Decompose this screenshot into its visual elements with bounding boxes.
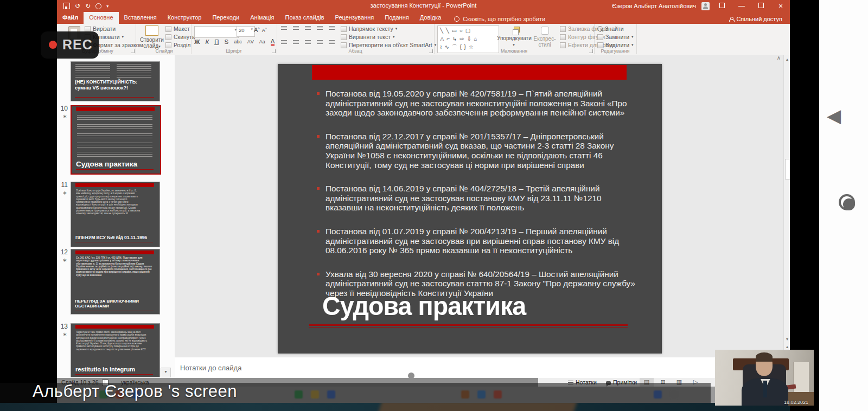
close-button[interactable]: × (774, 2, 788, 10)
restore-button[interactable] (754, 2, 768, 10)
share-label: Спільний доступ (736, 16, 782, 22)
thumbnail-text-lines (77, 152, 152, 157)
bullets-icon[interactable] (281, 26, 287, 31)
tab-review[interactable]: Рецензування (330, 12, 380, 24)
align-right-icon[interactable] (305, 40, 311, 45)
screen-share-label: Альберт Єзеров 's screen (33, 382, 237, 401)
line-spacing-icon[interactable] (329, 26, 335, 31)
record-icon[interactable] (839, 194, 855, 210)
thumbnail-text-lines (77, 124, 152, 131)
align-center-icon[interactable] (293, 40, 299, 45)
thumbnail-slide-10-selected[interactable]: Судова практика (71, 105, 161, 175)
minimize-button[interactable]: — (735, 2, 749, 10)
thumbnail-text-lines (75, 64, 110, 78)
scrollbar-thumb[interactable] (785, 159, 790, 179)
layout-button[interactable]: Макет (165, 25, 190, 32)
tab-insert[interactable]: Вставлення (119, 12, 162, 24)
tell-me-search[interactable]: Скажіть, що потрібно зробити (454, 12, 545, 24)
bullet-icon (317, 230, 320, 233)
select-button[interactable]: Виділити▾ (597, 42, 634, 48)
align-left-icon[interactable] (281, 40, 287, 45)
font-color-button[interactable]: А (271, 38, 275, 46)
door (793, 362, 809, 396)
tab-animations[interactable]: Анімація (245, 12, 279, 24)
shape-effects-icon (560, 42, 566, 48)
section-button[interactable]: Розділ (165, 42, 190, 48)
grow-shrink-font[interactable]: А˄А˅ (254, 27, 267, 33)
thumbnail-text-lines (77, 115, 152, 121)
find-button[interactable]: Знайти (597, 25, 624, 32)
tab-file[interactable]: Файл (57, 12, 84, 24)
notes-placeholder[interactable]: Нотатки до слайда (180, 364, 241, 372)
drawing-dialog-launcher[interactable] (589, 49, 593, 53)
previous-arrow-icon[interactable]: ◀ (827, 106, 841, 125)
rec-badge: REC (41, 31, 99, 59)
smartart-button[interactable]: Перетворити на об'єкт SmartArt▾ (341, 42, 436, 48)
clear-formatting-button[interactable]: abc (234, 39, 242, 44)
new-slide-button[interactable]: Створити слайд▾ (139, 25, 164, 49)
bold-button[interactable]: Ж (194, 38, 200, 45)
replace-button[interactable]: Замінити▾ (597, 34, 634, 40)
underline-button[interactable]: П (214, 38, 219, 45)
font-style-buttons: Ж К П S abc АV Aa А (194, 38, 278, 46)
share-button[interactable]: Спільний доступ (729, 12, 790, 24)
font-dialog-launcher[interactable] (272, 49, 276, 53)
paragraph-dialog-launcher[interactable] (429, 49, 433, 53)
list-buttons[interactable] (281, 26, 339, 31)
thumbnail-slide-12[interactable]: Ст. 361 КАС / ст. 320 ГПК / ст. 423 ЦПК:… (71, 249, 160, 314)
tab-view[interactable]: Подання (379, 12, 414, 24)
webcam-video[interactable]: 18.02.2021 (715, 350, 814, 406)
shape-fill-icon (560, 26, 566, 32)
font-size-combobox[interactable]: 20▾ (237, 26, 255, 37)
change-case-button[interactable]: Aa (259, 39, 265, 44)
shapes-row-2[interactable]: △ ⌐ ↳ ⇨ ⇩ ⌂ (440, 35, 496, 43)
animation-star-icon: ∗ (62, 190, 67, 196)
person-icon (729, 17, 733, 21)
columns-icon[interactable] (329, 40, 335, 45)
italic-button[interactable]: К (205, 38, 209, 45)
numbering-icon[interactable] (293, 26, 299, 31)
indent-increase-icon[interactable] (317, 26, 323, 31)
user-avatar[interactable] (701, 2, 710, 10)
align-buttons[interactable] (281, 40, 339, 45)
thumbnail-slide-9[interactable]: (НЕ) КОНСТИТУЦІЙНІСТЬ: сумнів VS висново… (71, 61, 160, 101)
notes-resize-dot[interactable] (408, 373, 414, 379)
group-editing: Знайти Замінити▾ Виділити▾ Редагування (594, 24, 637, 54)
font-name-combobox[interactable]: ▾ (194, 26, 239, 38)
webcam-date: 18.02.2021 (784, 400, 808, 405)
reset-icon (165, 34, 171, 40)
clipboard-dialog-launcher[interactable] (131, 49, 135, 53)
tab-help[interactable]: Довідка (414, 12, 447, 24)
shapes-row-1[interactable]: ╲ ╲ ▭ ○ ▢ (440, 27, 496, 35)
bullet-item: Постанова від 01.07.2019 у справі № 200/… (316, 227, 639, 255)
tab-design[interactable]: Конструктор (162, 12, 207, 24)
bullet-icon (317, 273, 320, 275)
notes-pane[interactable]: Нотатки до слайда (175, 357, 783, 378)
ribbon-display-options-icon[interactable] (715, 2, 729, 10)
thumbnail-slide-13[interactable]: Гарантуючи таке право особі, законодавец… (71, 323, 160, 377)
character-spacing-button[interactable]: АV (247, 39, 254, 44)
text-direction-icon (341, 26, 347, 32)
slide-canvas[interactable]: Постанова від 19.05.2020 у справі № 420/… (278, 64, 662, 354)
strikethrough-button[interactable]: S (224, 38, 228, 45)
thumbnail-scroll-down-button[interactable]: ▾ (161, 368, 171, 377)
bottom-strip-blob (378, 403, 577, 411)
tab-slideshow[interactable]: Показ слайдів (279, 12, 329, 24)
indent-decrease-icon[interactable] (305, 26, 311, 31)
speaker-hair (756, 352, 773, 361)
align-text-button[interactable]: Вирівняти текст▾ (341, 34, 395, 40)
tab-home[interactable]: Основне (84, 12, 118, 24)
search-placeholder: Скажіть, що потрібно зробити (463, 16, 545, 22)
group-paragraph: Напрямок тексту▾ Вирівняти текст▾ Перетв… (277, 24, 435, 54)
justify-icon[interactable] (317, 40, 323, 45)
tab-transitions[interactable]: Переходи (207, 12, 245, 24)
arrange-button[interactable]: Упорядкувати▾ (497, 27, 531, 47)
shape-outline-icon (560, 34, 566, 40)
title-bar: ↺ ↻ ▾ застосування Конституції - PowerPo… (57, 0, 790, 12)
layout-icon (165, 26, 171, 32)
collapse-ribbon-icon[interactable]: ∧ (777, 55, 781, 61)
thumbnail-slide-11[interactable]: Оскільки Конституція України, як зазначе… (71, 182, 160, 247)
bullet-item: Постанова від 19.05.2020 у справі № 420/… (316, 89, 639, 118)
text-direction-button[interactable]: Напрямок тексту▾ (341, 25, 397, 32)
quick-styles-button[interactable]: Експрес-стилі (531, 27, 559, 48)
